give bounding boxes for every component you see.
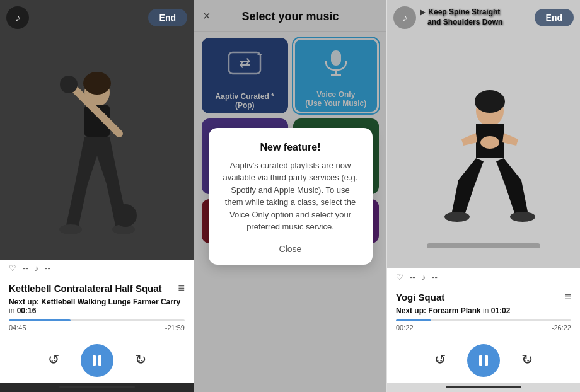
right-instructor-figure <box>420 61 547 268</box>
popup-close-button[interactable]: Close <box>279 244 302 254</box>
left-video-area: ♪ End <box>0 0 194 260</box>
svg-text:15: 15 <box>525 359 530 364</box>
right-bottom-info: Yogi Squat ≡ Next up: Forearm Plank in 0… <box>387 283 580 340</box>
right-exercise-title: Yogi Squat <box>396 292 444 303</box>
svg-point-1 <box>83 72 111 95</box>
left-play-pause-button[interactable] <box>81 344 113 377</box>
right-time-row: 00:22 -26:22 <box>396 324 571 331</box>
left-home-indicator <box>59 386 135 388</box>
right-video-area: ♪ End Keep Spine Straight and Shoulders … <box>387 0 580 268</box>
pause-icon <box>91 354 103 367</box>
popup-title: New feature! <box>221 142 360 153</box>
svg-rect-38 <box>479 355 482 366</box>
right-panel: ♪ End Keep Spine Straight and Shoulders … <box>387 0 580 392</box>
popup-body: Aaptiv's curated playlists are now avail… <box>221 159 360 233</box>
right-play-pause-button[interactable] <box>467 344 500 377</box>
right-exercise-row: Yogi Squat ≡ <box>396 291 571 304</box>
right-music-icon[interactable]: ♪ <box>422 272 426 282</box>
right-menu-icon[interactable]: ≡ <box>564 291 571 304</box>
left-progress-fill <box>9 319 71 321</box>
right-forward-icon: ↻ 15 <box>517 350 537 371</box>
right-progress-fill <box>396 319 431 321</box>
left-exercise-title: Kettlebell Contralateral Half Squat <box>9 283 162 294</box>
svg-point-32 <box>475 90 505 113</box>
right-rewind-button[interactable]: ↺ 15 <box>428 349 452 372</box>
left-end-button[interactable]: End <box>148 9 187 26</box>
new-feature-popup: New feature! Aaptiv's curated playlists … <box>209 128 373 265</box>
left-progress-bar <box>9 319 185 321</box>
right-dash1: -- <box>410 272 415 282</box>
popup-overlay: New feature! Aaptiv's curated playlists … <box>194 0 386 392</box>
right-next-up: Next up: Forearm Plank in 01:02 <box>396 306 571 315</box>
right-dash2: -- <box>432 272 438 282</box>
svg-point-4 <box>60 76 78 93</box>
right-pause-icon <box>477 354 490 367</box>
heart-icon[interactable]: ♡ <box>9 263 16 273</box>
left-menu-icon[interactable]: ≡ <box>178 282 185 295</box>
right-home-indicator <box>446 386 521 388</box>
left-forward-button[interactable]: ↻ 15 <box>129 349 153 372</box>
left-time-row: 04:45 -21:59 <box>9 324 185 331</box>
forward-icon: ↻ 15 <box>130 350 151 371</box>
svg-point-8 <box>114 204 137 227</box>
middle-panel: × Select your music ⇄ • • Aaptiv Curated… <box>194 0 387 392</box>
left-exercise-row: Kettlebell Contralateral Half Squat ≡ <box>9 282 185 295</box>
svg-point-35 <box>510 212 535 222</box>
right-rewind-icon: ↺ 15 <box>430 350 450 371</box>
left-next-up: Next up: Kettlebell Walking Lunge Farmer… <box>9 297 185 315</box>
right-music-button[interactable]: ♪ <box>393 6 416 29</box>
music-note-icon[interactable]: ♪ <box>35 263 39 273</box>
right-remaining: -26:22 <box>552 324 571 331</box>
left-panel: ♪ End <box>0 0 194 392</box>
svg-text:15: 15 <box>438 359 443 364</box>
svg-point-34 <box>444 212 470 222</box>
left-bottom-icons: ♡ -- ♪ -- <box>9 263 50 273</box>
left-bottom-info: Kettlebell Contralateral Half Squat ≡ Ne… <box>0 274 194 340</box>
right-top-bar: ♪ End <box>393 6 574 29</box>
svg-rect-11 <box>93 355 96 366</box>
right-forward-button[interactable]: ↻ 15 <box>515 349 539 372</box>
svg-rect-39 <box>485 355 488 366</box>
svg-point-6 <box>59 224 82 234</box>
svg-text:15: 15 <box>51 359 56 364</box>
left-controls: ↺ 15 ↻ 15 <box>0 340 194 383</box>
right-bottom-icons: ♡ -- ♪ -- <box>396 272 438 282</box>
right-end-button[interactable]: End <box>535 9 574 26</box>
left-remaining: -21:59 <box>165 324 185 331</box>
left-dash2: -- <box>45 263 50 273</box>
left-elapsed: 04:45 <box>9 324 26 331</box>
left-top-bar: ♪ End <box>6 6 187 29</box>
rewind-icon: ↺ 15 <box>44 350 64 371</box>
svg-point-33 <box>480 136 499 149</box>
left-next-time: 00:16 <box>17 306 37 315</box>
left-bottom-bar: ♡ -- ♪ -- <box>0 260 194 274</box>
right-heart-icon[interactable]: ♡ <box>396 272 403 282</box>
right-progress-bar <box>396 319 571 321</box>
right-controls: ↺ 15 ↻ 15 <box>387 340 580 383</box>
right-next-time: 01:02 <box>491 306 511 315</box>
left-instructor-figure <box>40 58 154 260</box>
right-bottom-bar: ♡ -- ♪ -- <box>387 268 580 283</box>
right-elapsed: 00:22 <box>396 324 414 331</box>
left-rewind-button[interactable]: ↺ 15 <box>42 349 66 372</box>
svg-rect-30 <box>427 243 540 248</box>
svg-rect-12 <box>98 355 102 366</box>
left-dash1: -- <box>23 263 28 273</box>
left-music-button[interactable]: ♪ <box>6 6 29 29</box>
svg-text:15: 15 <box>138 359 143 364</box>
